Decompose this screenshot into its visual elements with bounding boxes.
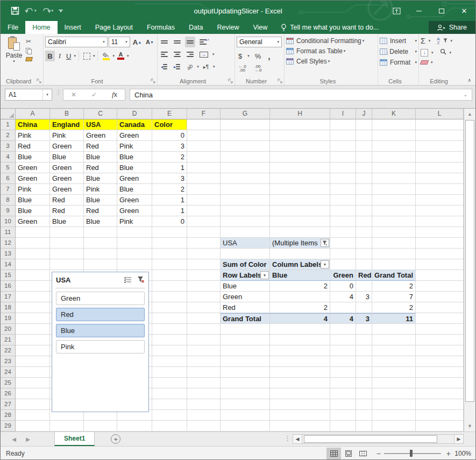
cell-I2[interactable] [330,130,356,141]
cell-J1[interactable] [356,119,372,130]
cell-A2[interactable]: Pink [16,130,50,141]
borders-button[interactable] [82,51,92,61]
cell-styles-button[interactable]: Cell Styles [296,58,327,65]
cell-E2[interactable]: 0 [152,130,187,141]
merge-center-button[interactable]: ↔ [198,49,210,60]
row-header-2[interactable]: 2 [1,130,16,141]
cell-E5[interactable]: 1 [152,162,187,173]
cell-H8[interactable] [270,195,330,206]
cell-L10[interactable] [416,216,464,227]
cell-E21[interactable] [152,335,187,345]
cell-I8[interactable] [330,195,356,206]
cell-C3[interactable]: Red [84,141,117,152]
cell-F9[interactable] [187,206,221,216]
cell-L6[interactable] [416,173,464,184]
tab-insert[interactable]: Insert [58,21,88,34]
cell-J25[interactable] [356,378,372,388]
pivot-filter-funnel-icon[interactable] [321,239,329,247]
cell-K6[interactable] [372,173,416,184]
top-align-button[interactable] [159,37,169,47]
cell-B13[interactable] [50,249,84,259]
cell-A16[interactable] [16,281,50,292]
cell-A8[interactable]: Blue [16,195,50,206]
tab-scroll-splitter[interactable]: ⋮ [284,434,291,442]
column-header-G[interactable]: G [221,109,270,119]
save-icon[interactable] [9,5,21,16]
cell-C9[interactable]: Red [84,206,117,216]
row-header-18[interactable]: 18 [1,302,16,313]
decrease-font-size-button[interactable]: A▼ [144,37,155,47]
cell-J15[interactable]: Red [356,270,372,281]
cell-K11[interactable] [372,227,416,238]
cell-G23[interactable] [221,356,270,367]
format-cells-button[interactable]: Format [390,59,410,66]
cell-J8[interactable] [356,195,372,206]
cell-A17[interactable] [16,292,50,302]
clipboard-dialog-launcher-icon[interactable] [37,79,41,83]
row-header-1[interactable]: 1 [1,119,16,130]
clear-icon[interactable] [420,60,429,65]
cell-E8[interactable]: 1 [152,195,187,206]
insert-function-icon[interactable]: fx [112,90,117,99]
currency-format-button[interactable]: $ [237,51,244,61]
column-header-B[interactable]: B [50,109,84,119]
cell-F26[interactable] [187,388,221,399]
find-select-icon[interactable] [440,48,446,56]
cell-K7[interactable] [372,184,416,195]
font-color-button[interactable]: A [116,51,126,61]
row-header-27[interactable]: 27 [1,399,16,410]
slicer-clear-filter-icon[interactable] [137,275,145,285]
tab-review[interactable]: Review [210,21,246,34]
cell-I7[interactable] [330,184,356,195]
sheet-next-icon[interactable]: ▶ [21,432,35,446]
cell-H15[interactable]: Blue [270,270,330,281]
cell-F27[interactable] [187,399,221,410]
tab-view[interactable]: View [246,21,274,34]
cell-K29[interactable] [372,421,416,431]
undo-dropdown-icon[interactable]: ▾ [34,9,37,13]
cell-D29[interactable] [117,421,152,431]
cell-B11[interactable] [50,227,84,238]
minimize-button[interactable] [408,1,430,21]
cell-K10[interactable] [372,216,416,227]
middle-align-button[interactable] [172,37,182,47]
cell-G4[interactable] [221,152,270,162]
cell-F17[interactable] [187,292,221,302]
cell-F12[interactable] [187,238,221,249]
percent-format-button[interactable]: % [253,51,263,61]
cell-A11[interactable] [16,227,50,238]
cell-K21[interactable] [372,335,416,345]
expand-formula-bar-icon[interactable]: ⌄ [463,92,467,97]
column-header-E[interactable]: E [152,109,187,119]
cell-G26[interactable] [221,388,270,399]
cell-E3[interactable]: 3 [152,141,187,152]
cell-J13[interactable] [356,249,372,259]
cell-I18[interactable] [330,302,356,313]
column-header-K[interactable]: K [372,109,416,119]
orientation-dropdown-icon[interactable]: ▾ [197,65,199,69]
cell-H29[interactable] [270,421,330,431]
cell-C10[interactable]: Blue [84,216,117,227]
scroll-down-icon[interactable]: ▼ [464,421,475,431]
italic-button[interactable]: I [56,51,63,61]
cell-L29[interactable] [416,421,464,431]
cell-F3[interactable] [187,141,221,152]
increase-indent-button[interactable]: ▸ [172,61,182,72]
cell-E15[interactable] [152,270,187,281]
slicer-item-blue[interactable]: Blue [56,324,145,337]
cell-K3[interactable] [372,141,416,152]
number-dialog-launcher-icon[interactable] [278,79,282,83]
cell-A12[interactable] [16,238,50,249]
clear-dropdown-icon[interactable]: ▾ [431,60,433,65]
bold-button[interactable]: B [45,51,55,61]
cell-I28[interactable] [330,410,356,421]
row-header-6[interactable]: 6 [1,173,16,184]
row-header-24[interactable]: 24 [1,367,16,378]
cell-J27[interactable] [356,399,372,410]
font-family-select[interactable]: Calibri▾ [45,37,108,47]
row-header-16[interactable]: 16 [1,281,16,292]
cell-E11[interactable] [152,227,187,238]
underline-button[interactable]: U [65,51,73,61]
cell-C5[interactable]: Red [84,162,117,173]
cell-H18[interactable]: 2 [270,302,330,313]
